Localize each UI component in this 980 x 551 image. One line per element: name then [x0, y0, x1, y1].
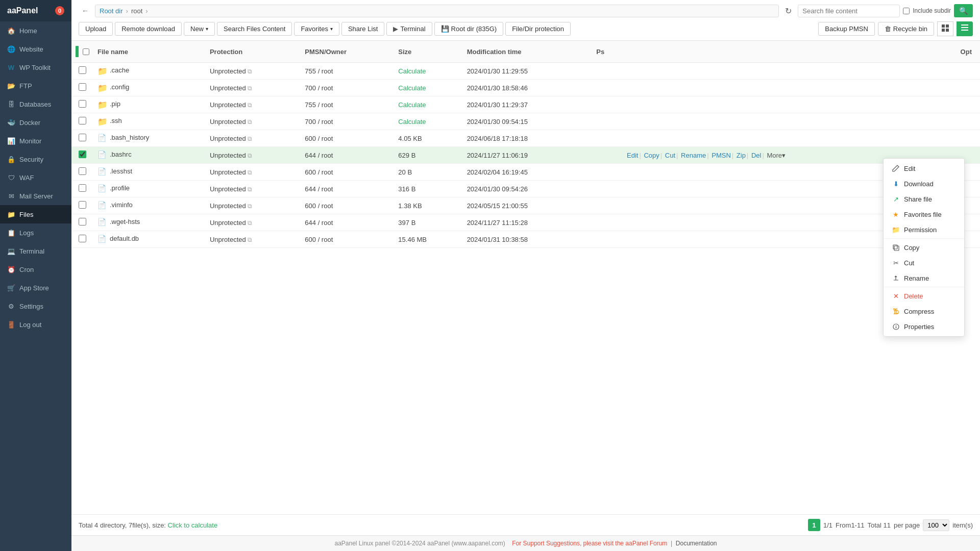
search-files-content-button[interactable]: Search Files Content: [217, 22, 292, 36]
ctx-copy[interactable]: Copy: [884, 240, 964, 255]
per-page-select[interactable]: 100 50 25: [923, 519, 949, 531]
calculate-link[interactable]: Calculate: [398, 101, 426, 109]
ctx-edit[interactable]: Edit: [884, 161, 964, 176]
filename[interactable]: .wget-hsts: [110, 218, 140, 226]
recycle-bin-button[interactable]: 🗑 Recycle bin: [878, 22, 934, 36]
ctx-compress[interactable]: 🗜 Compress: [884, 304, 964, 319]
search-file-input[interactable]: [798, 5, 900, 17]
sidebar-item-security[interactable]: 🔒Security: [0, 150, 71, 168]
file-dir-protection-button[interactable]: File/Dir protection: [505, 22, 571, 36]
row-checkbox[interactable]: [79, 134, 86, 141]
sidebar-item-website[interactable]: 🌐Website: [0, 40, 71, 58]
upload-button[interactable]: Upload: [79, 22, 113, 36]
ctx-cut[interactable]: ✂ Cut: [884, 255, 964, 270]
calculate-link[interactable]: Calculate: [398, 118, 426, 126]
zip-action[interactable]: Zip: [737, 152, 746, 159]
support-link[interactable]: For Support Suggestions, please visit th…: [512, 540, 667, 547]
perm-copy-icon[interactable]: ⧉: [248, 169, 252, 176]
filename[interactable]: .profile: [110, 184, 130, 192]
ctx-rename[interactable]: Rename: [884, 270, 964, 286]
backup-pmsn-button[interactable]: Backup PMSN: [818, 22, 875, 36]
perm-copy-icon[interactable]: ⧉: [248, 152, 252, 159]
search-button[interactable]: 🔍: [954, 4, 973, 17]
filename[interactable]: default.db: [110, 235, 139, 242]
cut-action[interactable]: Cut: [665, 152, 675, 159]
filename[interactable]: .lesshst: [110, 167, 132, 175]
row-checkbox[interactable]: [79, 167, 86, 175]
grid-view-button[interactable]: [937, 21, 953, 36]
back-button[interactable]: ←: [79, 6, 92, 16]
perm-copy-icon[interactable]: ⧉: [248, 186, 252, 193]
calculate-link[interactable]: Calculate: [398, 67, 426, 75]
sidebar-item-app-store[interactable]: 🛒App Store: [0, 279, 71, 297]
sidebar-item-files[interactable]: 📁Files: [0, 205, 71, 223]
sidebar-item-cron[interactable]: ⏰Cron: [0, 260, 71, 279]
edit-action[interactable]: Edit: [627, 152, 638, 159]
perm-copy-icon[interactable]: ⧉: [248, 85, 252, 92]
sidebar-item-terminal[interactable]: 💻Terminal: [0, 242, 71, 260]
row-checkbox[interactable]: [79, 83, 86, 91]
breadcrumb-root-dir[interactable]: Root dir: [100, 7, 123, 15]
perm-copy-icon[interactable]: ⧉: [248, 68, 252, 75]
pmsn-action[interactable]: PMSN: [712, 152, 731, 159]
filename[interactable]: .cache: [110, 66, 129, 74]
ctx-delete[interactable]: ✕ Delete: [884, 288, 964, 304]
ctx-properties[interactable]: Properties: [884, 319, 964, 334]
row-checkbox[interactable]: [79, 184, 86, 192]
root-dir-button[interactable]: 💾 Root dir (835G): [434, 22, 504, 36]
row-checkbox[interactable]: [79, 218, 86, 226]
ctx-download[interactable]: ⬇ Download: [884, 176, 964, 191]
sidebar-item-logs[interactable]: 📋Logs: [0, 223, 71, 242]
sidebar-item-logout[interactable]: 🚪Log out: [0, 315, 71, 334]
remote-download-button[interactable]: Remote download: [115, 22, 182, 36]
ctx-favorites-file[interactable]: ★ Favorites file: [884, 207, 964, 222]
copy-action[interactable]: Copy: [644, 152, 659, 159]
select-all-checkbox[interactable]: [83, 48, 89, 55]
sidebar-item-ftp[interactable]: 📂FTP: [0, 77, 71, 95]
favorites-button[interactable]: Favorites ▾: [294, 22, 339, 36]
filename[interactable]: .bashrc: [110, 151, 132, 158]
monitor-icon: 📊: [7, 137, 15, 145]
row-checkbox[interactable]: [79, 100, 86, 108]
sidebar-item-databases[interactable]: 🗄Databases: [0, 95, 71, 113]
row-checkbox[interactable]: [79, 151, 86, 158]
perm-copy-icon[interactable]: ⧉: [248, 118, 252, 126]
list-view-button[interactable]: [957, 21, 973, 36]
footer-calc-link[interactable]: Click to calculate: [168, 521, 218, 529]
refresh-button[interactable]: ↻: [782, 5, 795, 17]
perm-copy-icon[interactable]: ⧉: [248, 236, 252, 243]
sidebar-item-monitor[interactable]: 📊Monitor: [0, 132, 71, 150]
filename[interactable]: .config: [110, 83, 129, 91]
row-checkbox[interactable]: [79, 66, 86, 74]
sidebar-item-label: WAF: [19, 174, 34, 182]
include-subdir-checkbox[interactable]: [903, 8, 910, 14]
filename[interactable]: .ssh: [110, 117, 122, 124]
documentation-link[interactable]: Documentation: [676, 540, 717, 547]
sidebar-item-wp-toolkit[interactable]: WWP Toolkit: [0, 58, 71, 77]
perm-copy-icon[interactable]: ⧉: [248, 203, 252, 210]
calculate-link[interactable]: Calculate: [398, 84, 426, 92]
row-checkbox[interactable]: [79, 201, 86, 209]
perm-copy-icon[interactable]: ⧉: [248, 102, 252, 109]
filename[interactable]: .pip: [110, 100, 120, 108]
del-action[interactable]: Del: [751, 152, 762, 159]
new-button[interactable]: New ▾: [184, 22, 215, 36]
ctx-share-file[interactable]: ↗ Share file: [884, 191, 964, 207]
page-number-button[interactable]: 1: [808, 519, 820, 531]
sidebar-item-waf[interactable]: 🛡WAF: [0, 168, 71, 187]
ctx-permission[interactable]: 📁 Permission: [884, 222, 964, 237]
sidebar-item-mail-server[interactable]: ✉Mail Server: [0, 187, 71, 205]
perm-copy-icon[interactable]: ⧉: [248, 135, 252, 142]
sidebar-item-docker[interactable]: 🐳Docker: [0, 113, 71, 132]
sidebar-item-settings[interactable]: ⚙Settings: [0, 297, 71, 315]
filename[interactable]: .bash_history: [110, 134, 149, 141]
perm-copy-icon[interactable]: ⧉: [248, 219, 252, 227]
share-list-button[interactable]: Share List: [341, 22, 385, 36]
terminal-button[interactable]: ▶ Terminal: [386, 22, 432, 36]
filename[interactable]: .viminfo: [110, 201, 133, 209]
more-action[interactable]: More▾: [767, 152, 786, 159]
row-checkbox[interactable]: [79, 117, 86, 124]
sidebar-item-home[interactable]: 🏠Home: [0, 21, 71, 40]
rename-action[interactable]: Rename: [681, 152, 706, 159]
row-checkbox[interactable]: [79, 235, 86, 242]
